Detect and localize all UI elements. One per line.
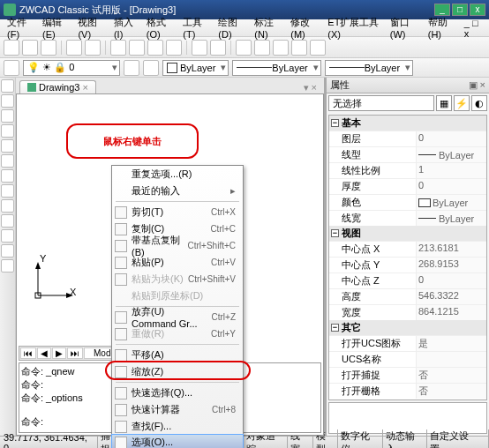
circle-tool[interactable]	[1, 109, 14, 123]
annotation-callout: 鼠标右键单击	[66, 123, 199, 159]
undo-icon	[115, 311, 127, 324]
pan-icon	[115, 349, 127, 362]
qselect-icon	[115, 387, 127, 399]
status-bar: 39.7173, 361.4634, 0 捕捉 栅格 正交 极轴 对象捕捉 对象…	[0, 436, 489, 448]
ellipse-tool[interactable]	[1, 154, 14, 168]
layout-next[interactable]: ▶	[52, 347, 66, 359]
menu-dim[interactable]: 标注(N)	[251, 14, 285, 41]
qselect-button[interactable]: ⚡	[454, 95, 470, 111]
layout-prev[interactable]: ◀	[37, 347, 51, 359]
arc-tool[interactable]	[1, 124, 14, 138]
new-button[interactable]	[4, 40, 19, 56]
ctx-options[interactable]: 选项(O)...	[111, 434, 244, 448]
menu-draw[interactable]: 绘图(D)	[214, 14, 249, 41]
redo-button[interactable]	[210, 40, 226, 56]
ctx-zoom[interactable]: 缩放(Z)	[112, 363, 243, 380]
undo-button[interactable]	[192, 40, 207, 56]
options-icon	[115, 437, 127, 449]
toggle-button[interactable]: ◐	[471, 95, 487, 111]
menu-help[interactable]: 帮助(H)	[425, 14, 459, 41]
save-button[interactable]	[41, 40, 56, 56]
ctx-paste[interactable]: 粘贴(P)Ctrl+V	[112, 254, 243, 271]
print-button[interactable]	[66, 40, 82, 56]
preview-button[interactable]	[85, 40, 101, 56]
tabs-menu[interactable]: ▾ ×	[300, 82, 320, 93]
copy-button[interactable]	[129, 40, 145, 56]
calc-icon	[115, 404, 127, 416]
ctx-calc[interactable]: 快速计算器Ctrl+8	[112, 401, 243, 418]
menu-ext[interactable]: ET扩展工具(X)	[324, 14, 384, 41]
copybase-icon	[115, 240, 127, 252]
hatch-tool[interactable]	[1, 184, 14, 198]
rect-tool[interactable]	[1, 139, 14, 153]
tool-a[interactable]	[236, 40, 252, 56]
linetype-combo[interactable]: ByLayer	[232, 60, 320, 76]
copy-icon	[115, 223, 127, 235]
color-combo[interactable]: ByLayer	[162, 60, 229, 76]
layer-mgr-button[interactable]	[4, 60, 19, 76]
layer-tool-a[interactable]	[124, 60, 139, 76]
tool-b[interactable]	[254, 40, 270, 56]
menu-file[interactable]: 文件(F)	[4, 14, 37, 41]
menu-insert[interactable]: 插入(I)	[110, 14, 141, 41]
text-tool[interactable]	[1, 199, 14, 213]
pick-button[interactable]: ▦	[436, 95, 452, 111]
ctx-qselect[interactable]: 快速选择(Q)...	[112, 385, 243, 401]
pasteblock-icon	[115, 273, 127, 286]
drawing-canvas[interactable]: 鼠标右键单击 YX ⏮ ◀ ▶ ⏭ Model 命令: _qnew 命令: 命令…	[16, 93, 324, 436]
dyn-toggle[interactable]: 动态输入	[383, 429, 427, 449]
ctx-redo: 重做(R)Ctrl+Y	[112, 325, 243, 342]
region-tool[interactable]	[1, 229, 14, 243]
doc-icon	[27, 83, 36, 92]
tab-close-icon[interactable]: ×	[82, 82, 87, 93]
ctx-repeat[interactable]: 重复选项...(R)	[112, 166, 243, 183]
open-button[interactable]	[22, 40, 38, 56]
layer-combo[interactable]: 💡 ☀ 🔒 0	[23, 60, 120, 76]
doc-tab[interactable]: Drawing3 ×	[19, 80, 96, 93]
property-grid[interactable]: −基本 图层0 线型ByLayer 线性比例1 厚度0 颜色ByLayer 线宽…	[328, 115, 487, 400]
tool-c[interactable]	[273, 40, 289, 56]
layer-tool-b[interactable]	[143, 60, 159, 76]
spline-tool[interactable]	[1, 169, 14, 183]
ctx-pan[interactable]: 平移(A)	[112, 347, 243, 363]
pline-tool[interactable]	[1, 94, 14, 108]
customize-button[interactable]: 自定义设置...	[427, 429, 489, 449]
props-title: 属性	[330, 78, 350, 92]
menu-modify[interactable]: 修改(M)	[287, 14, 322, 41]
doc-close-button[interactable]: _ □ x	[461, 16, 485, 41]
properties-panel: 属性▣ × 无选择 ▦ ⚡ ◐ −基本 图层0 线型ByLayer 线性比例1 …	[326, 78, 489, 436]
ctx-copybase[interactable]: 带基点复制(B)Ctrl+Shift+C	[112, 237, 243, 254]
point-tool[interactable]	[1, 214, 14, 228]
ctx-cut[interactable]: 剪切(T)Ctrl+X	[112, 204, 243, 220]
tool-e[interactable]	[310, 40, 326, 56]
tablet-toggle[interactable]: 数字化仪	[338, 429, 382, 449]
close-button[interactable]: x	[470, 4, 485, 16]
menu-tools[interactable]: 工具(T)	[179, 14, 213, 41]
find-icon	[115, 421, 127, 433]
tool-d[interactable]	[291, 40, 307, 56]
cut-button[interactable]	[110, 40, 126, 56]
menu-edit[interactable]: 编辑(E)	[39, 14, 72, 41]
selection-combo[interactable]: 无选择	[328, 95, 434, 111]
menu-window[interactable]: 窗口(W)	[387, 14, 423, 41]
ctx-undo[interactable]: 放弃(U) Command Gr...Ctrl+Z	[112, 309, 243, 325]
doc-tabs: Drawing3 × ▾ ×	[16, 78, 324, 93]
ctx-find[interactable]: 查找(F)...	[112, 418, 243, 435]
ctx-recent[interactable]: 最近的输入▸	[112, 183, 243, 199]
paste-button[interactable]	[147, 40, 163, 56]
layout-last[interactable]: ⏭	[67, 347, 83, 359]
layout-first[interactable]: ⏮	[20, 347, 36, 359]
props-close[interactable]: ▣ ×	[469, 79, 485, 91]
toolbar-layers: 💡 ☀ 🔒 0 ByLayer ByLayer ByLayer	[0, 58, 489, 78]
lineweight-combo[interactable]: ByLayer	[325, 60, 413, 76]
zoom-icon	[115, 366, 127, 378]
match-button[interactable]	[166, 40, 182, 56]
doc-tab-label: Drawing3	[39, 82, 79, 93]
block-tool[interactable]	[1, 259, 14, 273]
menu-bar: 文件(F) 编辑(E) 视图(V) 插入(I) 格式(O) 工具(T) 绘图(D…	[0, 19, 489, 37]
menu-view[interactable]: 视图(V)	[74, 14, 108, 41]
menu-format[interactable]: 格式(O)	[143, 14, 178, 41]
line-tool[interactable]	[1, 79, 14, 93]
ucs-icon: YX	[29, 262, 73, 308]
table-tool[interactable]	[1, 244, 14, 258]
